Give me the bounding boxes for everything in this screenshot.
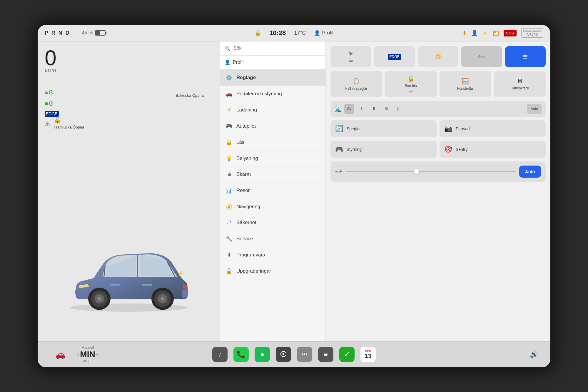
lights-hb-btn[interactable]: ≡ [505,46,546,67]
mirrors-row: 🪞 Fäll in speglar 🔒 Barnlås Av 🪟 Fönster… [330,71,546,97]
lights-edge-btn[interactable]: EDGE [374,46,415,67]
wiper-auto-btn[interactable]: Auto [527,104,542,114]
wiper-off-btn[interactable]: Av [344,104,354,114]
brightness-thumb[interactable] [414,169,419,174]
brightness-slider[interactable] [346,171,516,172]
mirror-control-btn[interactable]: 🔄 Speglar [330,120,437,137]
music-icon: ♪ [218,350,222,358]
spotify-btn[interactable]: ● [255,347,270,362]
steering-btn[interactable]: 🎮 Styrning [330,141,437,158]
center-status-bar: 🔒 10:28 17°C 👤 Profil [255,29,333,37]
menu-item-las[interactable]: 🔒 Lås [220,134,325,151]
lights-edge-icon: EDGE [388,54,401,60]
chevron-left-icon[interactable]: ‹ [77,352,79,357]
menu-icon-belysning: 💡 [226,155,232,162]
wiper-4-btn[interactable]: |||| [394,104,404,114]
wiper-icon: 🌊 [335,105,342,112]
right-status: ⬇ 👤 ⚡ 📶 SOS PASSENGER AIRBAG [462,28,543,38]
profile-menu-label: Profil [233,60,243,65]
calendar-btn[interactable]: DEC 13 [360,347,376,362]
more-icon: ••• [302,351,308,358]
wiper-1-btn[interactable]: I [357,104,367,114]
profile-label-top: Profil [322,30,333,36]
prnd-display: P R N D [45,30,70,36]
menu-item-reglage[interactable]: ⚙️ Reglage [220,70,325,86]
menu-label-uppgraderingar: Uppgraderingar [236,268,271,274]
taskbar-right: 🔊 [530,350,539,358]
speed-unit: KM/H [45,69,56,73]
glovebox-icon: 🖥 [517,78,523,84]
tasks-icon: ≡ [324,350,328,358]
music-btn[interactable]: ♪ [212,347,228,362]
lights-off-btn[interactable]: ☀ Av [330,46,371,67]
menu-icon-resor: 📊 [226,187,232,194]
wiper-2-btn[interactable]: II [369,104,379,114]
svg-rect-16 [142,284,152,286]
indicator-headlights: ≡⊙ [45,89,59,96]
time-display: 10:28 [269,29,286,37]
tasks-btn[interactable]: ≡ [318,347,333,362]
bluetooth-icon: ⚡ [482,30,488,36]
menu-item-programvara[interactable]: ⬇ Programvara [220,247,325,263]
menu-icon-uppgraderingar: 🔓 [226,268,232,274]
menu-item-navigering[interactable]: 🧭 Navigering [220,199,325,215]
window-lock-btn[interactable]: 🪟 Fönsterlås [440,71,491,97]
volume-btn[interactable]: 🔊 [530,350,539,358]
glovebox-btn[interactable]: 🖥 Handskfack [494,71,546,97]
svg-point-13 [161,297,164,301]
left-panel: 0 KM/H ≡⊙ ≡⊙ EDGE ⚠ 🔓 Framlucka Öppna Ba… [38,41,220,341]
search-bar[interactable]: 🔍 [220,41,325,56]
menu-item-laddning[interactable]: ⚡ Laddning [220,102,325,118]
wiper-3-btn[interactable]: III [381,104,391,114]
brightness-auto-btn[interactable]: Auto [519,166,541,178]
menu-items: ⚙️ Reglage 🚗 Pedaler och styrning ⚡ Ladd… [220,70,325,341]
lights-off-icon: ☀ [348,50,353,57]
signal-icon: 📶 [493,30,499,36]
spotify-icon: ● [260,350,265,358]
menu-item-uppgraderingar[interactable]: 🔓 Uppgraderingar [220,263,325,279]
menu-item-skarm[interactable]: 🖥 Skärm [220,167,325,183]
more-btn[interactable]: ••• [297,347,312,362]
profile-menu-item[interactable]: 👤 Profil [220,56,325,70]
menu-icon-sakerhet: 🛡 [226,220,232,226]
profile-section-top[interactable]: 👤 Profil [314,30,333,36]
car-taskbar-icon: 🚗 [55,350,66,359]
taskbar-left: 🚗 ‹ Manuell MIN ❄ 💨 › [49,343,104,366]
check-btn[interactable]: ✓ [339,347,355,362]
car-visualization: ⚡ [58,224,199,318]
front-door-label: 🔓 Framlucka Öppna [54,116,84,130]
phone-icon: 📞 [237,350,245,358]
fold-mirrors-btn[interactable]: 🪞 Fäll in speglar [330,71,382,97]
sos-button[interactable]: SOS [504,30,516,36]
menu-item-resor[interactable]: 📊 Resor [220,183,325,199]
brightness-row: −☀ Auto [330,161,546,182]
climate-mode-label: Manuell [80,346,95,350]
search-input[interactable] [233,46,321,51]
chevron-right-icon[interactable]: › [96,352,98,357]
menu-item-pedaler[interactable]: 🚗 Pedaler och styrning [220,86,325,102]
window-lock-icon: 🪟 [462,78,469,85]
camera-taskbar-icon: ⦿ [280,350,287,358]
camera-btn[interactable]: ⦿ [276,347,291,362]
download-icon-status: ⬇ [462,30,467,36]
car-svg: ⚡ [58,224,199,312]
car-taskbar-btn[interactable]: 🚗 [49,347,71,362]
menu-item-autopilot[interactable]: 🎮 Autopilot [220,118,325,134]
menu-item-service[interactable]: 🔧 Service [220,231,325,247]
childlock-btn[interactable]: 🔒 Barnlås Av [385,71,437,97]
sentry-btn[interactable]: 🎯 Sentry [440,141,546,158]
menu-icon-reglage: ⚙️ [226,74,232,81]
battery-percent: 45 % [82,30,93,36]
climate-temp-display[interactable]: MIN [80,350,95,359]
menu-item-belysning[interactable]: 💡 Belysning [220,151,325,167]
lights-lo-btn[interactable]: 🔆 [418,46,458,67]
menu-icon-laddning: ⚡ [226,107,232,113]
lights-auto-btn[interactable]: Auto [461,46,502,67]
brightness-min-icon: −☀ [335,168,343,175]
phone-btn[interactable]: 📞 [233,347,249,362]
camera-pause-btn[interactable]: 📷 Pausad [440,120,546,137]
menu-item-sakerhet[interactable]: 🛡 Säkerhet [220,215,325,231]
svg-point-9 [98,297,101,301]
calendar-day: 13 [365,353,371,359]
right-panel: ☀ Av EDGE 🔆 Auto ≡ [326,41,550,341]
